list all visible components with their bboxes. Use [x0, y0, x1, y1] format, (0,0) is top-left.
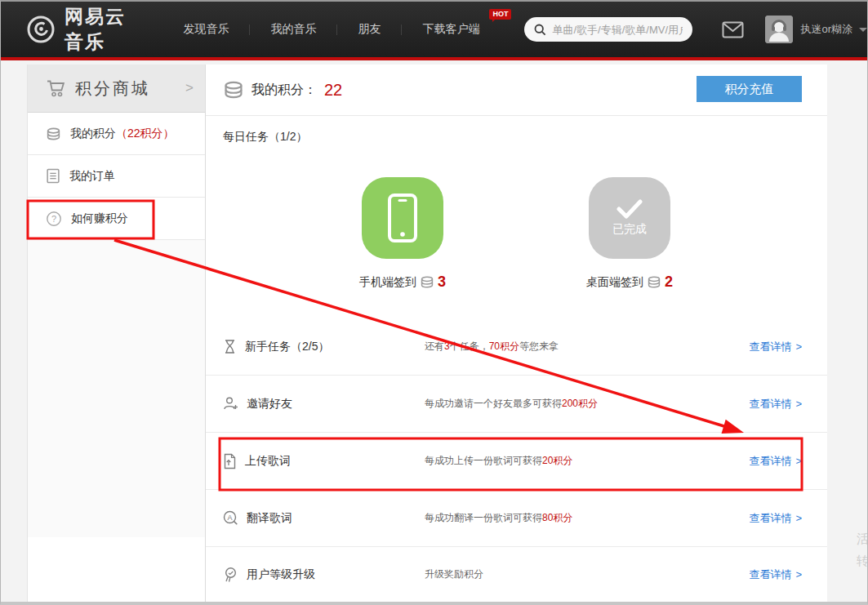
view-details-link[interactable]: 查看详情 > [749, 340, 802, 354]
task-row-title: 新手任务（2/5） [245, 340, 329, 354]
sidebar-item-label: 我的订单 [69, 169, 115, 184]
points-main-panel: 我的积分： 22 积分充值 每日任务（1/2） 手机端签到 3 已完成 桌面端签… [206, 65, 827, 602]
task-row-title: 用户等级升级 [247, 567, 315, 582]
app-logo[interactable]: 网易云音乐 [25, 4, 145, 55]
netease-music-logo-icon [25, 14, 56, 45]
task-row-description: 每成功上传一份歌词可获得20积分 [425, 454, 572, 468]
coins-icon [223, 81, 244, 99]
coins-icon [420, 276, 434, 288]
nav-discover-music[interactable]: 发现音乐 [162, 22, 249, 37]
sidebar-item-label: 我的积分（22积分） [70, 127, 175, 141]
task-row-description: 每成功邀请一个好友最多可获得200积分 [425, 397, 598, 411]
sidebar-item-how-to-earn[interactable]: ? 如何赚积分 [28, 198, 205, 240]
coins-icon [647, 276, 661, 288]
mobile-checkin-task-icon[interactable] [362, 177, 443, 259]
task-row-upload-lyrics[interactable]: 上传歌词 每成功上传一份歌词可获得20积分 查看详情 > [206, 433, 827, 490]
desktop-checkin-points: 2 [665, 274, 673, 291]
hot-badge: HOT [489, 9, 511, 20]
task-row-title: 翻译歌词 [247, 511, 292, 526]
daily-tasks-title: 每日任务（1/2） [223, 130, 307, 145]
chevron-right-icon: > [795, 455, 802, 467]
chevron-right-icon: > [795, 398, 802, 410]
upload-document-icon [223, 453, 237, 469]
sidebar-item-my-orders[interactable]: 我的订单 [28, 155, 205, 198]
top-navigation-bar: 网易云音乐 发现音乐 我的音乐 朋友 下载客户端 HOT [1, 2, 867, 57]
phone-icon [387, 193, 418, 243]
mobile-checkin-label: 手机端签到 3 [337, 274, 468, 291]
username-label[interactable]: 执迷or糊涂 [800, 22, 852, 37]
search-icon [534, 24, 546, 36]
medal-icon [223, 567, 238, 583]
sidebar-item-points-mall[interactable]: 积分商城 > [28, 65, 205, 113]
view-details-link[interactable]: 查看详情 > [749, 454, 802, 469]
nav-my-music[interactable]: 我的音乐 [250, 22, 336, 37]
mobile-checkin-points: 3 [438, 274, 446, 291]
right-edge-partial-text: 转 [857, 554, 868, 567]
view-details-link[interactable]: 查看详情 > [749, 567, 802, 582]
sidebar-title: 积分商城 [75, 78, 185, 100]
checkmark-icon [616, 199, 643, 219]
chevron-right-icon: > [795, 568, 802, 581]
view-details-link[interactable]: 查看详情 > [749, 511, 802, 526]
my-points-value: 22 [324, 81, 342, 100]
chevron-down-icon[interactable] [859, 28, 867, 36]
cart-icon [46, 78, 67, 98]
mail-icon[interactable] [722, 21, 744, 38]
order-document-icon [46, 168, 60, 184]
task-row-translate-lyrics[interactable]: A 翻译歌词 每成功翻译一份歌词可获得80积分 查看详情 > [206, 490, 827, 547]
task-row-description: 每成功翻译一份歌词可获得80积分 [425, 511, 572, 525]
task-row-title: 上传歌词 [245, 454, 291, 469]
app-title: 网易云音乐 [65, 4, 145, 55]
task-row-list: 新手任务（2/5） 还有3个任务，70积分等您来拿 查看详情 > 邀请好友 [206, 318, 827, 602]
main-nav: 发现音乐 我的音乐 朋友 下载客户端 HOT [162, 22, 500, 37]
desktop-checkin-task-icon[interactable]: 已完成 [589, 177, 670, 259]
translate-search-icon: A [223, 510, 238, 526]
svg-text:A: A [227, 514, 232, 522]
points-mall-sidebar: 积分商城 > 我的积分（22积分） 我的订单 ? 如何赚积分 [27, 65, 206, 602]
svg-text:?: ? [51, 214, 56, 224]
sidebar-empty-area [28, 240, 205, 537]
view-details-link[interactable]: 查看详情 > [749, 397, 802, 411]
desktop-checkin-label: 桌面端签到 2 [564, 274, 695, 291]
right-edge-partial-text: 活 [857, 532, 868, 545]
user-avatar[interactable] [765, 16, 793, 43]
task-row-description: 还有3个任务，70积分等您来拿 [425, 340, 559, 354]
nav-friends[interactable]: 朋友 [337, 22, 401, 37]
sidebar-item-my-points[interactable]: 我的积分（22积分） [28, 113, 205, 155]
search-input[interactable] [552, 24, 683, 36]
my-points-label: 我的积分： [251, 82, 317, 99]
task-row-title: 邀请好友 [247, 397, 292, 411]
task-done-badge: 已完成 [612, 222, 647, 237]
points-recharge-button[interactable]: 积分充值 [697, 76, 802, 102]
chevron-right-icon: > [795, 512, 802, 524]
chevron-right-icon: > [185, 80, 194, 96]
task-row-description: 升级奖励积分 [425, 567, 483, 581]
top-right-controls: 执迷or糊涂 [722, 16, 867, 43]
chevron-right-icon: > [795, 340, 802, 353]
search-box[interactable] [524, 17, 692, 42]
task-row-invite-friends[interactable]: 邀请好友 每成功邀请一个好友最多可获得200积分 查看详情 > [206, 376, 827, 433]
coins-icon [46, 127, 61, 140]
task-row-newbie[interactable]: 新手任务（2/5） 还有3个任务，70积分等您来拿 查看详情 > [206, 318, 827, 376]
header-accent-line [1, 57, 867, 60]
sidebar-item-label: 如何赚积分 [71, 211, 128, 226]
add-person-icon [223, 396, 238, 411]
hourglass-icon [223, 339, 237, 354]
question-circle-icon: ? [46, 211, 62, 227]
nav-download-client[interactable]: 下载客户端 HOT [402, 22, 500, 37]
task-row-user-level-upgrade[interactable]: 用户等级升级 升级奖励积分 查看详情 > [206, 547, 827, 602]
